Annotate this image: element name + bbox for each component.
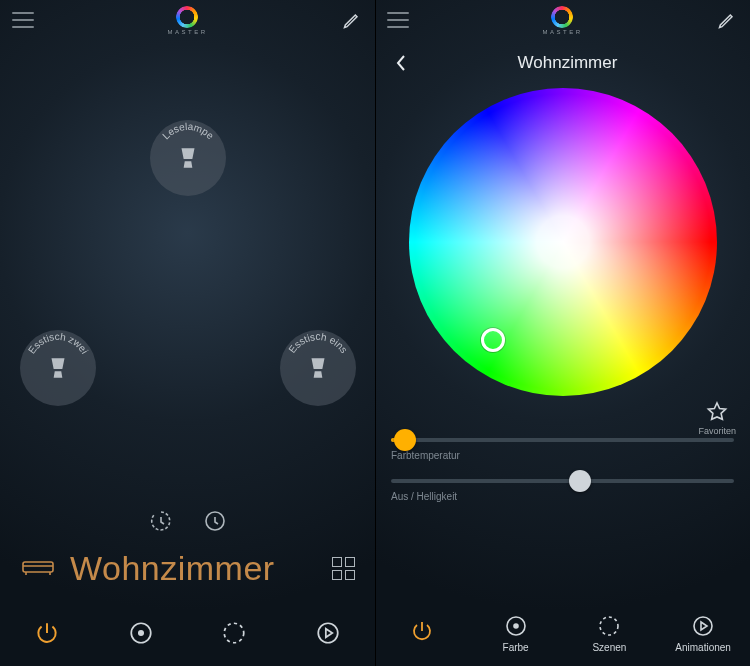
master-label: MASTER [542,29,582,35]
menu-icon[interactable] [387,12,409,28]
svg-rect-4 [23,562,53,572]
grid-view-icon[interactable] [332,557,355,580]
timer-countdown-icon[interactable] [148,508,174,534]
sliders: Farbtemperatur Aus / Helligkeit [391,438,734,520]
favorites-button[interactable]: Favoriten [698,400,736,436]
svg-point-7 [225,623,245,643]
svg-text:Esstisch eins: Esstisch eins [286,331,349,355]
screen-room-layout: MASTER Leselampe Esstisch zwei Esstisch … [0,0,375,666]
sofa-icon [20,554,56,582]
master-label: MASTER [167,29,207,35]
tab-label: Farbe [503,642,529,653]
favorites-label: Favoriten [698,426,736,436]
slider-color-temp-thumb[interactable] [394,429,416,451]
power-ring-icon [176,6,198,28]
svg-point-11 [600,617,618,635]
star-icon [705,400,729,424]
menu-icon[interactable] [12,12,34,28]
tab-color[interactable] [94,600,188,666]
slider-brightness-label: Aus / Helligkeit [391,491,734,502]
page-title: Wohnzimmer [421,53,734,73]
subheader: Wohnzimmer [375,40,750,86]
tab-color[interactable]: Farbe [469,600,563,666]
tabbar-right: Farbe Szenen Animationen [375,600,750,666]
tab-scenes[interactable] [188,600,282,666]
header: MASTER [0,0,375,40]
slider-color-temp: Farbtemperatur [391,438,734,461]
svg-text:Esstisch zwei: Esstisch zwei [26,331,91,356]
edit-icon[interactable] [341,9,363,31]
svg-point-6 [138,631,142,635]
timer-clock-icon[interactable] [202,508,228,534]
slider-color-temp-label: Farbtemperatur [391,450,734,461]
slider-brightness-track[interactable] [391,479,734,483]
master-logo: MASTER [167,6,207,35]
master-logo: MASTER [542,6,582,35]
svg-point-10 [514,624,518,628]
slider-brightness: Aus / Helligkeit [391,479,734,502]
bulb-esstisch-eins[interactable]: Esstisch eins [280,330,356,406]
edit-icon[interactable] [716,9,738,31]
timer-row [148,508,228,534]
bulb-leselampe[interactable]: Leselampe [150,120,226,196]
color-wheel[interactable] [409,88,717,396]
tab-label: Animationen [675,642,731,653]
tab-scenes[interactable]: Szenen [563,600,657,666]
tab-power[interactable] [0,600,94,666]
tabbar-left [0,600,375,666]
slider-brightness-thumb[interactable] [569,470,591,492]
color-wheel-container [375,88,750,396]
color-wheel-cursor[interactable] [481,328,505,352]
power-ring-icon [551,6,573,28]
room-title-row: Wohnzimmer [0,536,375,600]
bulb-esstisch-zwei[interactable]: Esstisch zwei [20,330,96,406]
back-icon[interactable] [391,53,411,73]
spotlight-icon [45,355,71,381]
header: MASTER [375,0,750,40]
tab-label: Szenen [592,642,626,653]
svg-point-8 [318,623,338,643]
slider-color-temp-track[interactable] [391,438,734,442]
tab-power[interactable] [375,600,469,666]
tab-animations[interactable]: Animationen [656,600,750,666]
spotlight-icon [175,145,201,171]
svg-point-12 [694,617,712,635]
tab-animations[interactable] [281,600,375,666]
screen-color-picker: MASTER Wohnzimmer Favoriten Farbtemperat… [375,0,750,666]
svg-text:Leselampe: Leselampe [160,121,216,142]
spotlight-icon [305,355,331,381]
room-name: Wohnzimmer [70,549,318,588]
